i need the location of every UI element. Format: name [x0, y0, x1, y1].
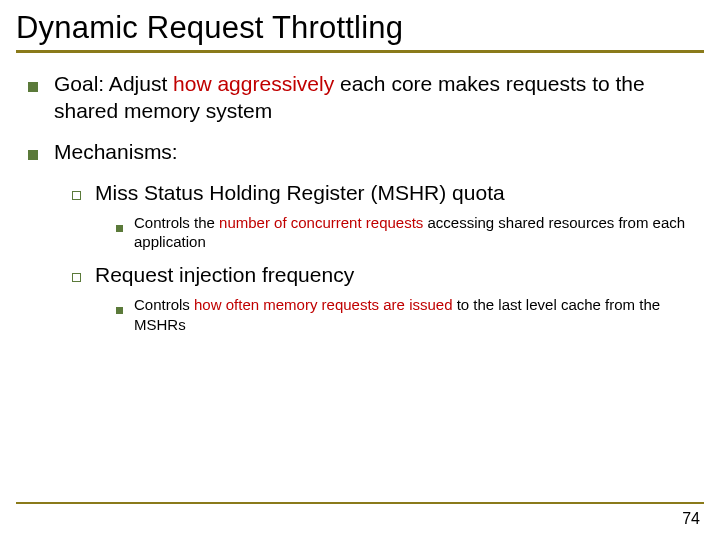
bullet-text: Controls the number of concurrent reques…: [134, 213, 704, 253]
open-square-bullet-icon: [72, 186, 85, 207]
text-accent: how often memory requests are issued: [194, 296, 452, 313]
square-bullet-icon: [116, 218, 126, 253]
square-bullet-icon: [28, 146, 44, 166]
square-bullet-icon: [116, 300, 126, 335]
text-accent: how aggressively: [173, 72, 334, 95]
open-square-bullet-icon: [72, 268, 85, 289]
title-divider: [16, 50, 704, 53]
bullet-text: Miss Status Holding Register (MSHR) quot…: [95, 180, 505, 207]
text-fragment: Goal: Adjust: [54, 72, 173, 95]
text-accent: number of concurrent requests: [219, 214, 423, 231]
text-fragment: Controls: [134, 296, 194, 313]
detail-mshr: Controls the number of concurrent reques…: [116, 213, 704, 253]
slide-title: Dynamic Request Throttling: [16, 10, 704, 46]
square-bullet-icon: [28, 78, 44, 125]
bullet-text: Mechanisms:: [54, 139, 178, 166]
bullet-mechanisms: Mechanisms:: [28, 139, 704, 166]
bullet-text: Request injection frequency: [95, 262, 354, 289]
bullet-text: Controls how often memory requests are i…: [134, 295, 704, 335]
subbullet-mshr: Miss Status Holding Register (MSHR) quot…: [72, 180, 704, 207]
text-fragment: Controls the: [134, 214, 219, 231]
bullet-text: Goal: Adjust how aggressively each core …: [54, 71, 704, 125]
subbullet-injection: Request injection frequency: [72, 262, 704, 289]
footer-divider: [16, 502, 704, 504]
page-number: 74: [682, 510, 700, 528]
bullet-goal: Goal: Adjust how aggressively each core …: [28, 71, 704, 125]
slide: Dynamic Request Throttling Goal: Adjust …: [0, 0, 720, 540]
detail-injection: Controls how often memory requests are i…: [116, 295, 704, 335]
